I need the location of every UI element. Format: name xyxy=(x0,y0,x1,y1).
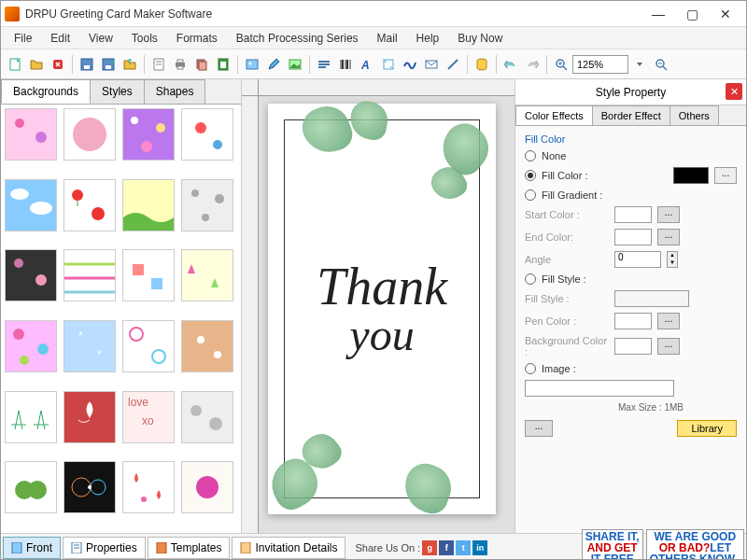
close-panel-button[interactable]: ✕ xyxy=(726,83,742,100)
image-path-input[interactable] xyxy=(525,380,674,397)
radio-none[interactable] xyxy=(525,150,536,161)
linkedin-icon[interactable]: in xyxy=(472,540,487,555)
background-thumb[interactable] xyxy=(181,179,233,231)
signature-tool-icon[interactable] xyxy=(400,54,420,75)
googleplus-icon[interactable]: g xyxy=(422,540,437,555)
canvas-area[interactable]: Thank you xyxy=(242,79,514,533)
menu-tools[interactable]: Tools xyxy=(122,29,167,48)
menu-batch[interactable]: Batch Processing Series xyxy=(227,29,368,48)
menu-file[interactable]: File xyxy=(5,29,41,48)
redo-icon[interactable] xyxy=(522,54,543,75)
background-thumb[interactable] xyxy=(181,391,233,443)
barcode-tool-icon[interactable] xyxy=(335,54,356,75)
background-thumb[interactable] xyxy=(181,249,233,301)
export-icon[interactable] xyxy=(120,54,140,75)
zoom-out-icon[interactable] xyxy=(651,54,671,75)
save-icon[interactable] xyxy=(77,54,97,75)
radio-fill-gradient[interactable] xyxy=(525,189,536,201)
fill-style-select[interactable] xyxy=(614,290,689,307)
bottom-tab-templates[interactable]: Templates xyxy=(148,537,231,559)
page-icon[interactable] xyxy=(148,54,169,75)
background-thumb[interactable] xyxy=(5,179,57,231)
background-thumb[interactable] xyxy=(63,249,116,301)
pen-color-swatch[interactable] xyxy=(614,313,652,329)
bottom-tab-front[interactable]: Front xyxy=(3,537,61,559)
library-button[interactable]: Library xyxy=(677,420,737,437)
angle-input[interactable]: 0 xyxy=(614,251,661,268)
background-thumb[interactable] xyxy=(5,108,57,161)
background-thumb[interactable] xyxy=(63,391,116,443)
background-thumb[interactable] xyxy=(122,461,175,513)
facebook-icon[interactable]: f xyxy=(439,540,454,555)
background-thumb[interactable] xyxy=(5,249,57,301)
database-icon[interactable] xyxy=(472,54,492,75)
background-thumb[interactable] xyxy=(181,108,233,161)
background-thumb[interactable] xyxy=(63,179,116,231)
menu-edit[interactable]: Edit xyxy=(41,29,79,48)
bottom-tab-properties[interactable]: Properties xyxy=(63,537,146,559)
mail-tool-icon[interactable] xyxy=(421,54,442,75)
promo-feedback[interactable]: WE ARE GOOD OR BAD?LET OTHERS KNOW.. xyxy=(646,529,744,561)
image-browse-button[interactable]: ... xyxy=(525,420,553,437)
background-thumb[interactable] xyxy=(122,179,175,231)
background-thumb[interactable] xyxy=(63,461,116,513)
rotate-tool-icon[interactable] xyxy=(378,54,399,75)
end-color-picker-button[interactable]: ... xyxy=(657,229,680,245)
paste-icon[interactable] xyxy=(213,54,233,75)
tab-color-effects[interactable]: Color Effects xyxy=(515,105,593,125)
background-thumb[interactable]: lovexo xyxy=(122,391,175,443)
minimize-button[interactable]: — xyxy=(641,3,675,25)
delete-icon[interactable] xyxy=(48,54,68,75)
zoom-dropdown-icon[interactable] xyxy=(629,54,650,75)
background-thumb[interactable] xyxy=(63,108,116,161)
undo-icon[interactable] xyxy=(500,54,521,75)
radio-fill-color[interactable] xyxy=(525,170,536,181)
fill-color-picker-button[interactable]: ... xyxy=(714,167,737,184)
fill-color-swatch[interactable] xyxy=(673,167,709,184)
maximize-button[interactable]: ▢ xyxy=(675,3,709,25)
radio-fill-style[interactable] xyxy=(525,273,536,285)
start-color-swatch[interactable] xyxy=(614,206,652,223)
zoom-value[interactable]: 125% xyxy=(572,55,628,74)
open-icon[interactable] xyxy=(26,54,47,75)
background-thumb[interactable]: ** xyxy=(63,320,116,372)
tab-backgrounds[interactable]: Backgrounds xyxy=(1,79,91,104)
picture-tool-icon[interactable] xyxy=(285,54,305,75)
background-thumb[interactable] xyxy=(181,461,233,513)
menu-mail[interactable]: Mail xyxy=(368,29,407,48)
twitter-icon[interactable]: t xyxy=(456,540,471,555)
bottom-tab-invitation[interactable]: Invitation Details xyxy=(232,537,345,559)
end-color-swatch[interactable] xyxy=(614,229,652,245)
pen-color-picker-button[interactable]: ... xyxy=(657,313,680,329)
font-tool-icon[interactable]: A xyxy=(357,54,377,75)
background-thumb[interactable] xyxy=(122,108,175,161)
background-thumb[interactable] xyxy=(122,320,175,372)
tab-others[interactable]: Others xyxy=(669,105,719,125)
background-thumb[interactable] xyxy=(5,391,57,443)
pen-tool-icon[interactable] xyxy=(263,54,284,75)
image-tool-icon[interactable] xyxy=(242,54,262,75)
save-as-icon[interactable] xyxy=(98,54,119,75)
start-color-picker-button[interactable]: ... xyxy=(657,206,680,223)
line-tool-icon[interactable] xyxy=(443,54,463,75)
background-thumb[interactable] xyxy=(5,461,57,513)
bg-color-swatch[interactable] xyxy=(614,338,652,355)
print-icon[interactable] xyxy=(170,54,190,75)
angle-spinner[interactable]: ▲▼ xyxy=(667,251,678,268)
tab-styles[interactable]: Styles xyxy=(90,79,145,104)
tab-border-effect[interactable]: Border Effect xyxy=(592,105,670,125)
tab-shapes[interactable]: Shapes xyxy=(144,79,206,104)
menu-buy-now[interactable]: Buy Now xyxy=(448,29,512,48)
menu-help[interactable]: Help xyxy=(407,29,449,48)
background-thumb[interactable] xyxy=(122,249,175,301)
copy-icon[interactable] xyxy=(191,54,212,75)
background-thumb[interactable] xyxy=(5,320,57,372)
close-window-button[interactable]: ✕ xyxy=(709,3,742,25)
bg-color-picker-button[interactable]: ... xyxy=(657,338,680,355)
new-icon[interactable] xyxy=(5,54,25,75)
menu-view[interactable]: View xyxy=(79,29,122,48)
zoom-in-icon[interactable] xyxy=(551,54,571,75)
background-thumb[interactable] xyxy=(181,320,233,372)
text-tool-icon[interactable] xyxy=(314,54,334,75)
menu-formats[interactable]: Formats xyxy=(167,29,227,48)
